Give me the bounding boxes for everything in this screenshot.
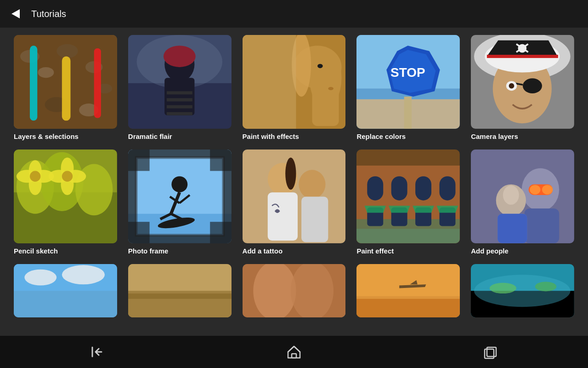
nav-back-button[interactable] [84, 338, 112, 366]
svg-rect-9 [30, 46, 37, 121]
svg-rect-82 [267, 192, 297, 241]
page-title: Tutorials [31, 9, 66, 19]
svg-point-112 [503, 185, 519, 205]
svg-rect-125 [356, 296, 460, 318]
tutorial-thumb-frame [128, 150, 232, 243]
svg-point-122 [253, 264, 296, 317]
svg-rect-10 [62, 57, 71, 121]
tutorial-thumb-dramatic [128, 35, 232, 129]
header: Tutorials [0, 0, 588, 28]
svg-rect-77 [210, 150, 232, 171]
tutorial-label-paint: Paint with effects [243, 132, 346, 140]
svg-rect-29 [243, 35, 296, 129]
svg-point-48 [509, 83, 514, 89]
tutorial-thumb-addpeople [471, 150, 574, 243]
svg-rect-126 [356, 264, 460, 299]
tutorial-label-painteffect: Paint effect [356, 247, 460, 255]
svg-point-84 [299, 170, 325, 199]
svg-marker-97 [365, 206, 386, 213]
svg-point-116 [24, 269, 57, 285]
svg-rect-16 [164, 78, 194, 115]
tutorial-label-dramatic: Dramatic flair [128, 132, 232, 140]
nav-home-button[interactable] [280, 338, 308, 366]
tutorial-thumb-camera [471, 35, 574, 129]
tutorial-item-pencil-sketch[interactable]: Pencil sketch [14, 150, 117, 255]
svg-rect-78 [128, 222, 150, 243]
tutorial-thumb-replace: STOP [356, 35, 460, 129]
tutorial-item-camera-layers[interactable]: Camera layers [471, 35, 574, 140]
svg-rect-85 [301, 196, 328, 242]
tutorial-label-pencil: Pencil sketch [14, 247, 117, 255]
svg-rect-20 [167, 105, 192, 109]
tutorial-item-paint-effect[interactable]: Paint effect [356, 150, 460, 255]
svg-rect-25 [312, 83, 339, 126]
svg-rect-101 [356, 229, 460, 243]
svg-point-4 [57, 44, 78, 58]
tutorial-thumb-layers [14, 35, 117, 129]
back-button[interactable] [7, 6, 24, 22]
tutorial-item-paint-effects[interactable]: Paint with effects [243, 35, 346, 140]
svg-rect-11 [94, 48, 101, 118]
nav-bar [0, 336, 588, 368]
svg-point-132 [490, 282, 516, 293]
svg-rect-111 [498, 214, 527, 243]
tutorial-label-replace: Replace colors [356, 132, 460, 140]
tutorial-item-layers-selections[interactable]: Layers & selections [14, 35, 117, 140]
svg-point-17 [164, 46, 196, 67]
svg-point-64 [62, 171, 73, 181]
svg-marker-99 [413, 206, 435, 213]
svg-point-123 [290, 264, 333, 317]
tutorial-item-add-tattoo[interactable]: Add a tattoo [243, 150, 346, 255]
svg-rect-19 [167, 98, 192, 101]
svg-rect-105 [525, 208, 560, 243]
svg-point-45 [523, 78, 542, 93]
nav-recents-button[interactable] [476, 338, 504, 366]
tutorial-item-replace-colors[interactable]: STOP Replace colors [356, 35, 460, 140]
svg-rect-120 [128, 293, 232, 299]
svg-marker-98 [389, 206, 410, 213]
svg-rect-36 [404, 97, 412, 129]
svg-rect-90 [391, 176, 407, 200]
svg-point-107 [530, 185, 540, 195]
tutorial-item-partial-5[interactable] [471, 264, 574, 317]
tutorial-thumb-pencil [14, 150, 117, 243]
tutorial-item-partial-3[interactable] [243, 264, 346, 317]
content-area: Layers & selections [0, 28, 588, 336]
svg-text:STOP: STOP [390, 65, 425, 80]
tutorial-label-addpeople: Add people [471, 247, 574, 255]
tutorial-label-layers: Layers & selections [14, 132, 117, 140]
tutorial-label-camera: Camera layers [471, 132, 574, 140]
svg-marker-100 [437, 206, 458, 213]
svg-rect-76 [128, 150, 150, 171]
svg-point-131 [474, 275, 571, 307]
svg-point-3 [38, 67, 54, 78]
tutorial-grid: Layers & selections [14, 35, 574, 255]
tutorial-item-dramatic-flair[interactable]: Dramatic flair [128, 35, 232, 140]
tutorial-item-partial-4[interactable] [356, 264, 460, 317]
svg-point-83 [285, 157, 296, 190]
tutorial-label-frame: Photo frame [128, 247, 232, 255]
partial-row [14, 264, 574, 317]
svg-rect-18 [167, 91, 192, 94]
tutorial-item-photo-frame[interactable]: Photo frame [128, 150, 232, 255]
svg-point-67 [171, 176, 187, 192]
tutorial-label-tattoo: Add a tattoo [243, 247, 346, 255]
svg-point-28 [328, 87, 334, 90]
tutorial-thumb-tattoo [243, 150, 346, 243]
svg-point-133 [535, 282, 557, 291]
svg-rect-89 [368, 176, 384, 200]
svg-point-117 [62, 265, 105, 284]
tutorial-item-add-people[interactable]: Add people [471, 150, 574, 255]
svg-rect-91 [416, 176, 432, 200]
svg-rect-92 [440, 176, 456, 200]
back-arrow-icon [11, 9, 20, 18]
svg-point-108 [542, 185, 553, 195]
svg-rect-21 [167, 112, 192, 115]
svg-point-27 [317, 64, 323, 68]
tutorial-thumb-painteffect [356, 150, 460, 243]
tutorial-thumb-paint [243, 35, 346, 129]
svg-rect-49 [487, 55, 558, 58]
svg-rect-134 [292, 354, 296, 358]
tutorial-item-partial-2[interactable] [128, 264, 232, 317]
tutorial-item-partial-1[interactable] [14, 264, 117, 317]
